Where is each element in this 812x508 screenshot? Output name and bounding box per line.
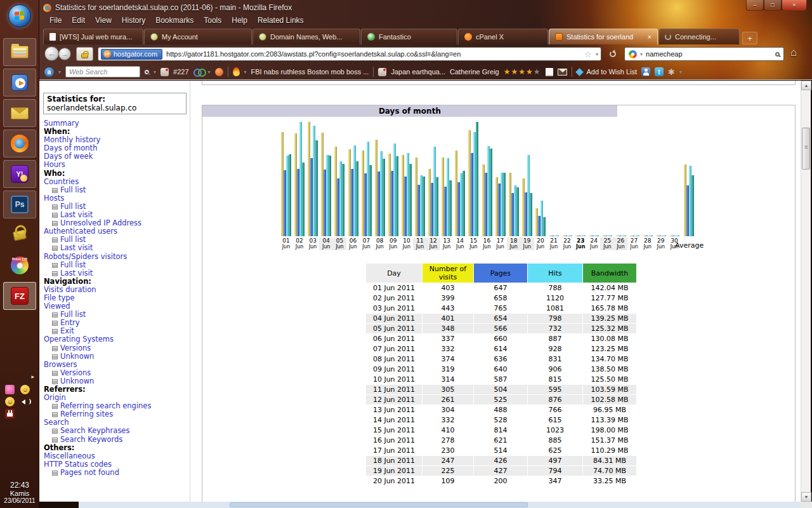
url-bar[interactable]: cP hostgator.com https://gator1181.hostg… (98, 47, 601, 61)
sidebar-item-exit[interactable]: Exit (44, 327, 187, 335)
search-engine-dropdown[interactable]: ▾ (640, 51, 643, 57)
menu-help[interactable]: Help (226, 15, 252, 26)
close-button[interactable]: × (782, 0, 807, 11)
firefox-icon-art (11, 135, 29, 152)
show-hidden-icons-arrow[interactable]: ▸ (31, 373, 34, 380)
media-player-icon[interactable] (3, 69, 36, 97)
sidebar-item-full-list[interactable]: Full list (44, 186, 187, 194)
filezilla-icon[interactable]: FZ (3, 282, 36, 310)
menu-tools[interactable]: Tools (199, 15, 226, 26)
sidebar-item-pages-not-found[interactable]: Pages not found (44, 469, 187, 477)
site-identity-button[interactable]: cP hostgator.com (101, 49, 162, 60)
keys-icon[interactable] (3, 221, 36, 249)
profile-icon[interactable] (641, 67, 650, 76)
print-cd-icon[interactable]: Print CD (3, 251, 36, 279)
flame-icon[interactable] (232, 67, 240, 77)
siteadvisor-icon[interactable] (215, 68, 223, 76)
bookmark-star-icon[interactable]: ☆ (584, 50, 592, 59)
search-magnifier-icon[interactable] (775, 52, 780, 57)
home-button[interactable]: ⌂ (790, 46, 797, 59)
start-button[interactable] (8, 4, 31, 27)
sidebar-item-referring-sites[interactable]: Referring sites (44, 410, 187, 418)
power-plug-icon[interactable] (5, 409, 15, 418)
headline-1[interactable]: FBI nabs ruthless Boston mob boss ... (251, 68, 369, 76)
bar-group (629, 236, 639, 236)
sidebar-item-label: Unknown (60, 352, 94, 361)
tab-1[interactable]: [WTS] Jual web mura... (43, 29, 143, 44)
tab-3[interactable]: Domain Names, Web... (252, 29, 360, 44)
search-box[interactable]: ▾ namecheap (624, 47, 784, 61)
sidebar-item-unknown[interactable]: Unknown (44, 377, 187, 385)
url-dropdown-arrow[interactable]: ▾ (596, 51, 598, 57)
maximize-button[interactable]: □ (764, 0, 782, 11)
taskbar-clock[interactable]: 22:43 Kamis 23/06/2011 (0, 481, 39, 504)
flame-dropdown[interactable]: ▾ (244, 69, 247, 75)
links-dropdown[interactable]: ▾ (208, 69, 211, 75)
tab-4[interactable]: Fantastico (361, 29, 457, 44)
alexa-dropdown[interactable]: ▾ (58, 69, 61, 75)
menu-bookmarks[interactable]: Bookmarks (150, 15, 199, 26)
search-input[interactable]: namecheap (646, 50, 772, 58)
bandwidth-bar (570, 236, 572, 236)
table-row: 15 Jun 20114108141023198.00 MB (366, 425, 636, 435)
sidebar-item-last-visit[interactable]: Last visit (44, 244, 187, 252)
tray-messenger-icon[interactable] (5, 385, 15, 394)
scroll-up-arrow[interactable]: ▲ (801, 81, 811, 90)
tab-close-icon[interactable]: × (644, 33, 652, 41)
menu-edit[interactable]: Edit (67, 15, 90, 26)
twitter-icon[interactable]: t (655, 67, 664, 76)
mail-icon[interactable] (558, 69, 567, 76)
alexa-icon[interactable]: a (44, 67, 54, 77)
vertical-scrollbar[interactable]: ▲ ▼ (801, 81, 811, 502)
gear-icon[interactable]: ✱ (668, 67, 675, 77)
web-search-input[interactable]: Web Search (65, 66, 140, 77)
explorer-icon[interactable] (3, 38, 36, 66)
tab-5[interactable]: cPanel X (458, 29, 548, 44)
firefox-icon[interactable] (3, 130, 36, 157)
scroll-down-arrow[interactable]: ▼ (801, 492, 811, 502)
news-icon[interactable] (378, 68, 386, 76)
sidebar-item-search-keywords[interactable]: Search Keywords (44, 436, 187, 444)
headline-2[interactable]: Japan earthqua... (391, 68, 445, 76)
star-icon: ★ (511, 67, 518, 76)
sidebar-item-unknown[interactable]: Unknown (44, 352, 187, 361)
forward-button[interactable]: → (58, 48, 71, 60)
yahoo-messenger-icon[interactable]: Y! (3, 160, 36, 188)
horizontal-scrollbar[interactable] (79, 502, 812, 508)
previous-section-edge (202, 81, 796, 85)
back-button[interactable]: ← (44, 46, 59, 61)
volume-icon[interactable] (20, 397, 30, 406)
new-tab-button[interactable]: + (742, 32, 757, 44)
menu-history[interactable]: History (117, 15, 150, 26)
email-icon[interactable] (3, 99, 36, 127)
tray-smiley-icon[interactable]: ☺ (20, 385, 30, 394)
minimize-button[interactable]: – (746, 0, 764, 11)
rating-stars[interactable]: ★★★★★ (504, 67, 541, 76)
x-label-13: 13Jun (440, 237, 454, 250)
hscroll-thumb[interactable] (230, 502, 528, 507)
reload-button[interactable] (606, 48, 620, 60)
toolbar-magnifier-icon[interactable] (145, 70, 149, 74)
sidebar-item-last-visit[interactable]: Last visit (44, 269, 187, 277)
tab-7[interactable]: Connecting... (658, 29, 740, 44)
magnifier-dropdown[interactable]: ▾ (154, 69, 156, 75)
add-to-wishlist[interactable]: Add to Wish List (587, 68, 637, 76)
vscroll-thumb[interactable] (802, 128, 810, 170)
tab-2[interactable]: My Account (144, 29, 252, 44)
menu-view[interactable]: View (90, 15, 117, 26)
cell-day: 10 Jun 2011 (366, 375, 422, 384)
sidebar-item-days-of-week[interactable]: Days of week (44, 152, 187, 161)
url-text[interactable]: https://gator1181.hostgator.com:2083/aws… (166, 50, 580, 58)
sidebar-item-hours[interactable]: Hours (44, 161, 187, 169)
links-icon[interactable] (193, 68, 204, 76)
book-icon[interactable] (546, 68, 553, 76)
menu-related-links[interactable]: Related Links (252, 15, 309, 26)
menu-file[interactable]: File (44, 15, 67, 26)
sidebar-item-unresolved-ip-address[interactable]: Unresolved IP Address (44, 219, 187, 227)
photoshop-icon[interactable]: Ps (3, 190, 36, 218)
security-lock-button[interactable] (76, 47, 93, 61)
gear-dropdown[interactable]: ▾ (679, 69, 682, 75)
headline-3[interactable]: Catherine Greig (450, 68, 499, 76)
tab-6[interactable]: Statistics for soerland× (549, 29, 658, 44)
tray-smiley2-icon[interactable]: ☺ (5, 397, 15, 406)
